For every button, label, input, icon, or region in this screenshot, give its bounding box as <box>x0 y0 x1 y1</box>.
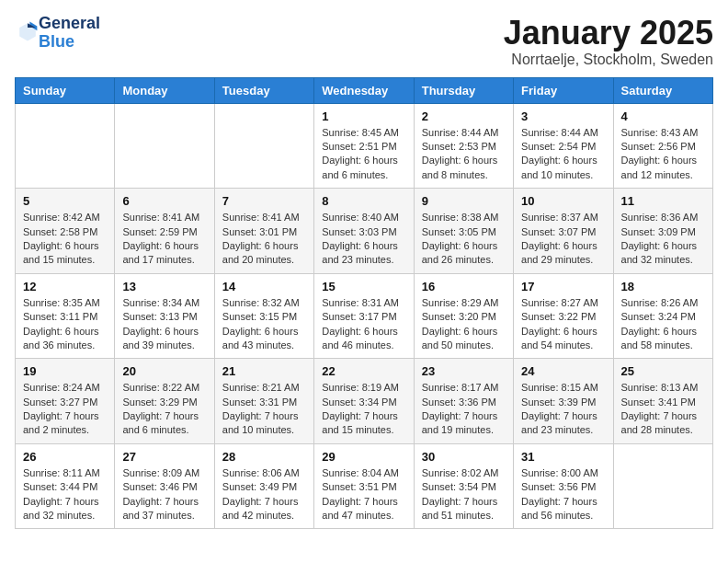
month-title: January 2025 <box>504 15 713 52</box>
day-number: 1 <box>322 109 405 123</box>
day-number: 30 <box>422 450 506 464</box>
day-number: 18 <box>621 280 705 293</box>
day-number: 27 <box>122 450 206 464</box>
day-number: 14 <box>222 280 306 293</box>
day-cell: 13Sunrise: 8:34 AM Sunset: 3:13 PM Dayli… <box>115 273 214 359</box>
day-cell: 7Sunrise: 8:41 AM Sunset: 3:01 PM Daylig… <box>214 189 313 274</box>
day-number: 16 <box>422 280 506 293</box>
day-number: 10 <box>521 194 605 208</box>
weekday-header-row: SundayMondayTuesdayWednesdayThursdayFrid… <box>16 77 713 103</box>
day-cell: 17Sunrise: 8:27 AM Sunset: 3:22 PM Dayli… <box>514 273 613 359</box>
day-cell: 15Sunrise: 8:31 AM Sunset: 3:17 PM Dayli… <box>314 273 414 359</box>
day-info: Sunrise: 8:44 AM Sunset: 2:53 PM Dayligh… <box>422 126 506 183</box>
weekday-header-saturday: Saturday <box>613 77 712 103</box>
day-number: 9 <box>422 194 506 208</box>
day-number: 12 <box>23 280 107 293</box>
day-info: Sunrise: 8:19 AM Sunset: 3:34 PM Dayligh… <box>322 381 405 438</box>
day-info: Sunrise: 8:43 AM Sunset: 2:56 PM Dayligh… <box>621 126 705 183</box>
day-info: Sunrise: 8:42 AM Sunset: 2:58 PM Dayligh… <box>23 211 107 268</box>
logo: General Blue <box>15 15 100 52</box>
day-info: Sunrise: 8:41 AM Sunset: 3:01 PM Dayligh… <box>222 211 306 268</box>
day-info: Sunrise: 8:24 AM Sunset: 3:27 PM Dayligh… <box>23 381 107 438</box>
day-cell: 8Sunrise: 8:40 AM Sunset: 3:03 PM Daylig… <box>314 189 414 274</box>
day-info: Sunrise: 8:09 AM Sunset: 3:46 PM Dayligh… <box>122 466 206 523</box>
logo-icon <box>17 20 39 42</box>
week-row-2: 5Sunrise: 8:42 AM Sunset: 2:58 PM Daylig… <box>16 189 713 274</box>
week-row-5: 26Sunrise: 8:11 AM Sunset: 3:44 PM Dayli… <box>16 443 713 529</box>
day-cell: 16Sunrise: 8:29 AM Sunset: 3:20 PM Dayli… <box>414 273 513 359</box>
day-number: 21 <box>222 364 306 378</box>
day-cell: 26Sunrise: 8:11 AM Sunset: 3:44 PM Dayli… <box>16 443 115 529</box>
weekday-header-wednesday: Wednesday <box>314 77 414 103</box>
day-cell: 10Sunrise: 8:37 AM Sunset: 3:07 PM Dayli… <box>514 189 613 274</box>
day-info: Sunrise: 8:11 AM Sunset: 3:44 PM Dayligh… <box>23 466 107 523</box>
day-number: 2 <box>422 109 506 123</box>
day-number: 28 <box>222 450 306 464</box>
day-info: Sunrise: 8:37 AM Sunset: 3:07 PM Dayligh… <box>521 211 605 268</box>
day-number: 13 <box>122 280 206 293</box>
day-number: 19 <box>23 364 107 378</box>
day-info: Sunrise: 8:26 AM Sunset: 3:24 PM Dayligh… <box>621 296 705 353</box>
day-info: Sunrise: 8:27 AM Sunset: 3:22 PM Dayligh… <box>521 296 605 353</box>
day-cell: 31Sunrise: 8:00 AM Sunset: 3:56 PM Dayli… <box>514 443 613 529</box>
logo-general-text: General <box>39 14 100 32</box>
week-row-1: 1Sunrise: 8:45 AM Sunset: 2:51 PM Daylig… <box>16 103 713 189</box>
day-number: 15 <box>322 280 405 293</box>
weekday-header-sunday: Sunday <box>16 77 115 103</box>
weekday-header-thursday: Thursday <box>414 77 513 103</box>
day-number: 29 <box>322 450 405 464</box>
day-number: 22 <box>322 364 405 378</box>
day-number: 5 <box>23 194 107 208</box>
logo-blue-text: Blue <box>39 32 74 51</box>
day-number: 23 <box>422 364 506 378</box>
day-info: Sunrise: 8:41 AM Sunset: 2:59 PM Dayligh… <box>122 211 206 268</box>
day-info: Sunrise: 8:17 AM Sunset: 3:36 PM Dayligh… <box>422 381 506 438</box>
day-info: Sunrise: 8:22 AM Sunset: 3:29 PM Dayligh… <box>122 381 206 438</box>
weekday-header-monday: Monday <box>115 77 214 103</box>
day-cell: 2Sunrise: 8:44 AM Sunset: 2:53 PM Daylig… <box>414 103 513 189</box>
calendar-table: SundayMondayTuesdayWednesdayThursdayFrid… <box>15 77 713 530</box>
day-cell: 28Sunrise: 8:06 AM Sunset: 3:49 PM Dayli… <box>214 443 313 529</box>
day-cell: 24Sunrise: 8:15 AM Sunset: 3:39 PM Dayli… <box>514 359 613 444</box>
day-info: Sunrise: 8:00 AM Sunset: 3:56 PM Dayligh… <box>521 466 605 523</box>
day-info: Sunrise: 8:15 AM Sunset: 3:39 PM Dayligh… <box>521 381 605 438</box>
day-cell: 6Sunrise: 8:41 AM Sunset: 2:59 PM Daylig… <box>115 189 214 274</box>
day-info: Sunrise: 8:21 AM Sunset: 3:31 PM Dayligh… <box>222 381 306 438</box>
day-cell: 19Sunrise: 8:24 AM Sunset: 3:27 PM Dayli… <box>16 359 115 444</box>
day-number: 7 <box>222 194 306 208</box>
day-info: Sunrise: 8:29 AM Sunset: 3:20 PM Dayligh… <box>422 296 506 353</box>
day-info: Sunrise: 8:31 AM Sunset: 3:17 PM Dayligh… <box>322 296 405 353</box>
day-info: Sunrise: 8:34 AM Sunset: 3:13 PM Dayligh… <box>122 296 206 353</box>
day-cell: 4Sunrise: 8:43 AM Sunset: 2:56 PM Daylig… <box>613 103 712 189</box>
day-number: 3 <box>521 109 605 123</box>
day-cell: 29Sunrise: 8:04 AM Sunset: 3:51 PM Dayli… <box>314 443 414 529</box>
day-cell <box>16 103 115 189</box>
day-info: Sunrise: 8:13 AM Sunset: 3:41 PM Dayligh… <box>621 381 705 438</box>
day-number: 20 <box>122 364 206 378</box>
day-info: Sunrise: 8:04 AM Sunset: 3:51 PM Dayligh… <box>322 466 405 523</box>
day-cell <box>115 103 214 189</box>
day-info: Sunrise: 8:45 AM Sunset: 2:51 PM Dayligh… <box>322 126 405 183</box>
day-number: 4 <box>621 109 705 123</box>
day-number: 17 <box>521 280 605 293</box>
weekday-header-tuesday: Tuesday <box>214 77 313 103</box>
week-row-3: 12Sunrise: 8:35 AM Sunset: 3:11 PM Dayli… <box>16 273 713 359</box>
day-cell: 11Sunrise: 8:36 AM Sunset: 3:09 PM Dayli… <box>613 189 712 274</box>
location-title: Norrtaelje, Stockholm, Sweden <box>504 52 713 68</box>
day-info: Sunrise: 8:06 AM Sunset: 3:49 PM Dayligh… <box>222 466 306 523</box>
day-cell: 27Sunrise: 8:09 AM Sunset: 3:46 PM Dayli… <box>115 443 214 529</box>
day-number: 24 <box>521 364 605 378</box>
day-number: 8 <box>322 194 405 208</box>
day-cell: 14Sunrise: 8:32 AM Sunset: 3:15 PM Dayli… <box>214 273 313 359</box>
day-cell: 3Sunrise: 8:44 AM Sunset: 2:54 PM Daylig… <box>514 103 613 189</box>
page-header: General Blue January 2025 Norrtaelje, St… <box>15 15 713 68</box>
day-number: 11 <box>621 194 705 208</box>
day-info: Sunrise: 8:32 AM Sunset: 3:15 PM Dayligh… <box>222 296 306 353</box>
day-cell: 22Sunrise: 8:19 AM Sunset: 3:34 PM Dayli… <box>314 359 414 444</box>
title-block: January 2025 Norrtaelje, Stockholm, Swed… <box>504 15 713 68</box>
day-info: Sunrise: 8:02 AM Sunset: 3:54 PM Dayligh… <box>422 466 506 523</box>
day-cell: 5Sunrise: 8:42 AM Sunset: 2:58 PM Daylig… <box>16 189 115 274</box>
day-info: Sunrise: 8:40 AM Sunset: 3:03 PM Dayligh… <box>322 211 405 268</box>
day-cell: 23Sunrise: 8:17 AM Sunset: 3:36 PM Dayli… <box>414 359 513 444</box>
day-info: Sunrise: 8:38 AM Sunset: 3:05 PM Dayligh… <box>422 211 506 268</box>
